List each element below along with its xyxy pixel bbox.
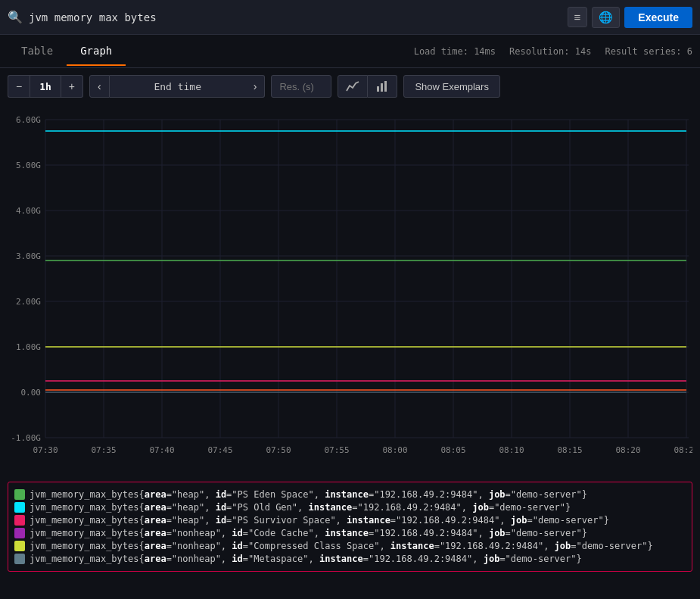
- nav-controls: ‹ End time ›: [89, 75, 265, 98]
- legend-color-swatch: [14, 502, 25, 513]
- svg-text:08:15: 08:15: [557, 445, 582, 455]
- resolution: Resolution: 14s: [509, 46, 591, 57]
- search-icon: 🔍: [8, 10, 23, 24]
- legend-color-swatch: [14, 489, 25, 500]
- show-exemplars-button[interactable]: Show Exemplars: [403, 75, 500, 98]
- legend-item: jvm_memory_max_bytes{area="heap", id="PS…: [14, 489, 686, 500]
- svg-rect-3: [8, 105, 692, 476]
- load-time: Load time: 14ms: [414, 46, 496, 57]
- legend: jvm_memory_max_bytes{area="heap", id="PS…: [8, 482, 692, 572]
- legend-text: jvm_memory_max_bytes{area="nonheap", id=…: [30, 528, 587, 538]
- result-series: Result series: 6: [605, 46, 692, 57]
- nav-left-button[interactable]: ‹: [89, 75, 110, 98]
- svg-text:07:35: 07:35: [91, 445, 116, 455]
- legend-color-swatch: [14, 541, 25, 551]
- resolution-input[interactable]: [271, 75, 331, 98]
- legend-text: jvm_memory_max_bytes{area="heap", id="PS…: [30, 502, 571, 513]
- search-bar: 🔍 ≡ 🌐 Execute: [0, 0, 700, 35]
- controls-row: − 1h + ‹ End time › Show Exemplars: [0, 68, 700, 105]
- svg-text:6.00G: 6.00G: [16, 115, 41, 125]
- legend-text: jvm_memory_max_bytes{area="nonheap", id=…: [30, 541, 653, 551]
- globe-button[interactable]: 🌐: [592, 7, 620, 28]
- svg-rect-1: [381, 83, 383, 92]
- svg-text:4.00G: 4.00G: [16, 206, 41, 216]
- legend-text: jvm_memory_max_bytes{area="heap", id="PS…: [30, 489, 587, 500]
- svg-text:07:30: 07:30: [33, 445, 58, 455]
- legend-item: jvm_memory_max_bytes{area="nonheap", id=…: [14, 528, 686, 538]
- svg-text:5.00G: 5.00G: [16, 161, 41, 170]
- nav-right-button[interactable]: ›: [246, 75, 266, 98]
- search-actions: ≡ 🌐 Execute: [568, 7, 692, 28]
- svg-text:1.00G: 1.00G: [16, 342, 41, 352]
- legend-text: jvm_memory_max_bytes{area="nonheap", id=…: [30, 554, 582, 564]
- svg-text:08:25: 08:25: [674, 445, 692, 455]
- svg-text:08:05: 08:05: [440, 445, 465, 455]
- tab-table[interactable]: Table: [8, 37, 67, 66]
- svg-text:08:20: 08:20: [615, 445, 640, 455]
- svg-text:07:40: 07:40: [149, 445, 174, 455]
- svg-text:07:45: 07:45: [207, 445, 232, 455]
- legend-item: jvm_memory_max_bytes{area="nonheap", id=…: [14, 541, 686, 551]
- meta-info: Load time: 14ms Resolution: 14s Result s…: [414, 46, 692, 57]
- metrics-button[interactable]: ≡: [568, 7, 588, 27]
- line-chart-icon-button[interactable]: [338, 75, 368, 98]
- time-controls: − 1h +: [8, 75, 83, 98]
- svg-text:-1.00G: -1.00G: [11, 433, 41, 443]
- legend-color-swatch: [14, 554, 25, 564]
- svg-text:08:00: 08:00: [382, 445, 407, 455]
- svg-text:3.00G: 3.00G: [16, 251, 41, 261]
- svg-rect-2: [384, 81, 387, 92]
- end-time-display: End time: [110, 75, 246, 98]
- tabs-row: Table Graph Load time: 14ms Resolution: …: [0, 35, 700, 68]
- legend-item: jvm_memory_max_bytes{area="nonheap", id=…: [14, 554, 686, 564]
- legend-item: jvm_memory_max_bytes{area="heap", id="PS…: [14, 515, 686, 526]
- legend-item: jvm_memory_max_bytes{area="heap", id="PS…: [14, 502, 686, 513]
- tab-graph[interactable]: Graph: [67, 37, 126, 66]
- legend-color-swatch: [14, 515, 25, 526]
- bar-chart-icon-button[interactable]: [368, 75, 397, 98]
- chart-svg: 6.00G 5.00G 4.00G 3.00G 2.00G 1.00G 0.00…: [8, 105, 692, 476]
- duration-badge: 1h: [30, 75, 61, 98]
- chart-container: 6.00G 5.00G 4.00G 3.00G 2.00G 1.00G 0.00…: [8, 105, 692, 476]
- svg-text:07:55: 07:55: [324, 445, 349, 455]
- duration-minus-button[interactable]: −: [8, 75, 30, 98]
- duration-plus-button[interactable]: +: [61, 75, 83, 98]
- svg-rect-0: [377, 86, 379, 92]
- search-input[interactable]: [29, 11, 562, 23]
- view-icons: [338, 75, 397, 98]
- svg-text:0.00: 0.00: [21, 388, 42, 398]
- svg-text:07:50: 07:50: [266, 445, 291, 455]
- svg-text:2.00G: 2.00G: [16, 297, 41, 307]
- execute-button[interactable]: Execute: [624, 7, 692, 28]
- svg-text:08:10: 08:10: [499, 445, 524, 455]
- legend-color-swatch: [14, 528, 25, 538]
- legend-text: jvm_memory_max_bytes{area="heap", id="PS…: [30, 515, 609, 526]
